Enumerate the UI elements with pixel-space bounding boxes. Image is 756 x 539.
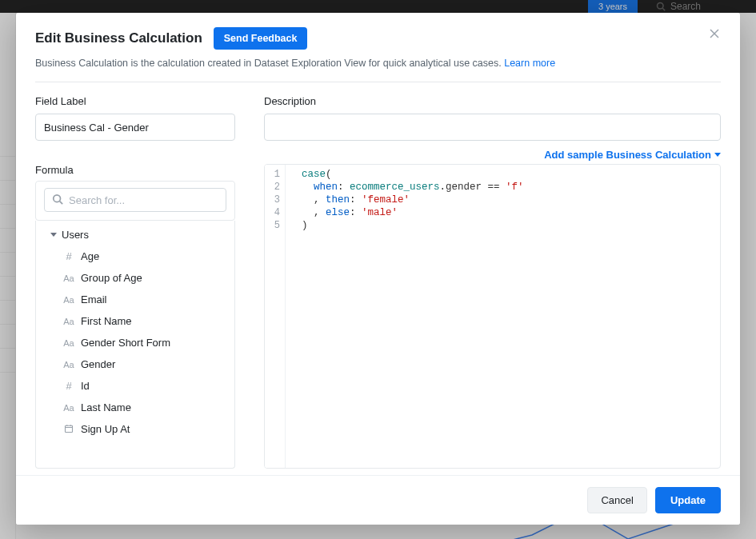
formula-search-input[interactable] <box>44 188 226 212</box>
tree-item[interactable]: AaFirst Name <box>36 310 234 332</box>
search-icon <box>52 194 63 208</box>
field-label-input[interactable] <box>35 114 235 141</box>
tree-item-label: Gender <box>81 358 115 370</box>
tree-item[interactable]: AaEmail <box>36 289 234 310</box>
formula-editor[interactable]: 12345 case( when: ecommerce_users.gender… <box>264 164 721 469</box>
tree-group-label: Users <box>62 229 89 241</box>
text-icon: Aa <box>63 360 74 369</box>
send-feedback-button[interactable]: Send Feedback <box>214 27 308 50</box>
modal-subtitle: Business Calculation is the calculation … <box>35 58 721 69</box>
subtitle-text: Business Calculation is the calculation … <box>35 58 504 69</box>
editor-code[interactable]: case( when: ecommerce_users.gender == 'f… <box>286 165 720 468</box>
tree-item[interactable]: Sign Up At <box>36 418 234 440</box>
modal-body: Field Label Description Add sample Busin… <box>16 82 740 475</box>
modal-header: Edit Business Calculation Send Feedback … <box>16 13 740 82</box>
tree-item[interactable]: AaGroup of Age <box>36 267 234 289</box>
tree-group-users[interactable]: Users <box>36 224 234 246</box>
formula-search-wrap <box>35 181 235 221</box>
formula-heading: Formula <box>35 164 235 176</box>
text-icon: Aa <box>63 403 74 413</box>
gutter-line: 4 <box>265 206 285 219</box>
text-icon: Aa <box>63 338 74 348</box>
svg-point-4 <box>54 195 61 202</box>
gutter-line: 3 <box>265 194 285 206</box>
tree-item-label: Email <box>81 293 107 305</box>
tree-item[interactable]: AaLast Name <box>36 397 234 418</box>
editor-gutter: 12345 <box>265 165 286 468</box>
description-input[interactable] <box>264 114 721 141</box>
tree-item-label: First Name <box>81 315 132 327</box>
text-icon: Aa <box>63 273 74 283</box>
close-icon <box>708 27 721 40</box>
modal-title: Edit Business Calculation <box>35 30 202 46</box>
gutter-line: 2 <box>265 181 285 194</box>
calendar-icon <box>63 424 74 435</box>
text-icon: Aa <box>63 295 74 305</box>
tree-item-label: Id <box>81 380 90 392</box>
tree-item-label: Last Name <box>81 401 131 413</box>
gutter-line: 1 <box>265 168 285 181</box>
edit-business-calculation-modal: Edit Business Calculation Send Feedback … <box>16 13 740 525</box>
tree-item-label: Age <box>81 250 99 262</box>
tree-item-label: Sign Up At <box>81 423 130 435</box>
svg-rect-6 <box>66 425 73 432</box>
svg-line-5 <box>60 202 63 205</box>
tree-item[interactable]: #Age <box>36 246 234 267</box>
learn-more-link[interactable]: Learn more <box>504 58 555 69</box>
add-sample-label: Add sample Business Calculation <box>544 149 711 161</box>
close-button[interactable] <box>708 27 722 42</box>
number-icon: # <box>63 380 74 392</box>
cancel-button[interactable]: Cancel <box>587 487 646 513</box>
modal-footer: Cancel Update <box>16 475 740 525</box>
tree-item[interactable]: AaGender Short Form <box>36 332 234 353</box>
text-icon: Aa <box>63 317 74 326</box>
gutter-line: 5 <box>265 219 285 232</box>
tree-item-label: Gender Short Form <box>81 337 170 349</box>
field-tree[interactable]: Users #AgeAaGroup of AgeAaEmailAaFirst N… <box>35 221 235 469</box>
tree-item-label: Group of Age <box>81 272 142 284</box>
description-heading: Description <box>264 95 721 107</box>
add-sample-link[interactable]: Add sample Business Calculation <box>544 149 721 161</box>
chevron-down-icon <box>714 153 721 157</box>
update-button[interactable]: Update <box>655 487 721 513</box>
tree-item[interactable]: AaGender <box>36 353 234 375</box>
tree-item[interactable]: #Id <box>36 375 234 397</box>
field-label-heading: Field Label <box>35 95 235 107</box>
chevron-down-icon <box>50 233 57 237</box>
number-icon: # <box>63 250 74 262</box>
